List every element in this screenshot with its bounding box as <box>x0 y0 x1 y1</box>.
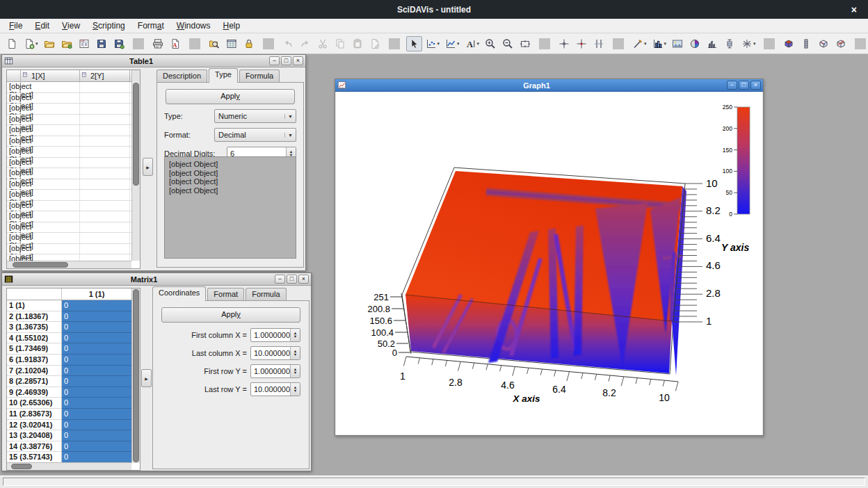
empty-cell[interactable] <box>21 233 80 243</box>
toolbar-button[interactable] <box>406 36 422 51</box>
empty-cell[interactable] <box>80 222 130 233</box>
panel-collapse-button[interactable]: ▶ <box>141 369 152 387</box>
toolbar-button[interactable] <box>722 36 738 51</box>
table-row[interactable]: [object Object] <box>7 179 131 190</box>
empty-cell[interactable] <box>80 168 130 179</box>
toolbar-button[interactable] <box>851 36 868 51</box>
apply-button[interactable]: Apply <box>161 307 300 323</box>
table-row[interactable]: [object Object] <box>7 233 131 244</box>
graph1-canvas[interactable]: 251 200.8 150.6 100.4 50.2 0 1 <box>336 92 762 434</box>
maximize-button[interactable]: □ <box>281 56 291 65</box>
column-header-1x[interactable]: 1[X] <box>21 70 80 81</box>
format-select[interactable]: Decimal▼ <box>214 128 296 142</box>
spinner-arrows-icon[interactable]: ▲▼ <box>290 383 300 396</box>
toolbar-button[interactable] <box>483 36 499 51</box>
menu-item[interactable]: File <box>3 19 29 33</box>
menu-item[interactable]: Format <box>131 19 170 33</box>
toolbar-button[interactable] <box>350 36 366 51</box>
menu-item[interactable]: Edit <box>29 19 56 33</box>
spinner-arrows-icon[interactable]: ▲▼ <box>290 329 300 341</box>
coordinate-spinbox[interactable]: 1.00000000▲▼ <box>250 364 300 378</box>
matrix1-hscrollbar[interactable] <box>7 462 131 470</box>
toolbar-button[interactable] <box>150 36 166 51</box>
empty-cell[interactable] <box>80 201 130 211</box>
panel-tab[interactable]: Formula <box>239 70 280 83</box>
panel-tab[interactable]: Format <box>207 288 244 301</box>
toolbar-button[interactable] <box>556 36 572 51</box>
empty-cell[interactable] <box>80 158 130 168</box>
empty-cell[interactable] <box>21 179 80 190</box>
empty-cell[interactable] <box>80 104 130 114</box>
toolbar-button[interactable]: ▾ <box>424 36 442 51</box>
empty-cell[interactable] <box>80 254 130 261</box>
minimize-button[interactable]: − <box>275 275 285 284</box>
column-header-2y[interactable]: 2[Y] <box>80 70 130 81</box>
app-close-icon[interactable]: × <box>847 0 861 19</box>
toolbar-button[interactable]: A▾ <box>463 36 482 51</box>
matrix-row[interactable]: 9 (2.46939) 0 <box>7 387 131 398</box>
empty-cell[interactable] <box>21 104 80 114</box>
matrix-row[interactable]: 10 (2.65306) 0 <box>7 398 131 409</box>
minimize-button[interactable]: − <box>269 56 280 65</box>
toolbar-button[interactable] <box>535 36 555 51</box>
table-row[interactable]: [object Object] <box>7 254 131 261</box>
panel-tab[interactable]: Type <box>209 68 238 83</box>
toolbar-button[interactable] <box>42 36 58 51</box>
toolbar-button[interactable] <box>833 36 849 51</box>
toolbar-button[interactable] <box>111 36 127 51</box>
menu-item[interactable]: Help <box>217 19 247 33</box>
toolbar-button[interactable] <box>500 36 516 51</box>
table-row[interactable]: [object Object] <box>7 93 131 104</box>
empty-cell[interactable] <box>21 254 80 261</box>
matrix-row[interactable]: 12 (3.02041) 0 <box>7 420 131 431</box>
menu-item[interactable]: Scripting <box>86 19 131 33</box>
empty-cell[interactable] <box>21 136 80 147</box>
toolbar-button[interactable] <box>609 36 629 51</box>
matrix-row[interactable]: 15 (3.57143) 0 <box>7 452 131 463</box>
toolbar-button[interactable]: ▾ <box>443 36 462 51</box>
matrix1-vscrollbar[interactable] <box>131 288 140 463</box>
toolbar-button[interactable] <box>670 36 686 51</box>
menu-item[interactable]: Windows <box>170 19 217 33</box>
matrix-row[interactable]: 2 (1.18367) 0 <box>7 311 131 323</box>
matrix-row[interactable]: 6 (1.91837) 0 <box>7 355 131 366</box>
spinner-arrows-icon[interactable]: ▲▼ <box>290 365 300 377</box>
empty-cell[interactable] <box>80 190 130 200</box>
scrollbar-thumb[interactable] <box>133 289 139 462</box>
close-button[interactable]: × <box>750 81 761 90</box>
toolbar-button[interactable]: 123 <box>77 36 93 51</box>
toolbar-button[interactable] <box>224 36 240 51</box>
toolbar-button[interactable] <box>385 36 405 51</box>
toolbar-button[interactable] <box>798 36 814 51</box>
3d-surface-plot[interactable]: 251 200.8 150.6 100.4 50.2 0 1 <box>336 92 762 435</box>
table-row[interactable]: [object Object] <box>7 168 131 179</box>
empty-cell[interactable] <box>21 168 80 179</box>
toolbar-button[interactable]: ▾ <box>739 36 758 51</box>
scrollbar-thumb[interactable] <box>133 83 139 186</box>
table1-vscrollbar[interactable] <box>131 70 140 261</box>
close-button[interactable]: × <box>293 56 303 65</box>
graph1-titlebar[interactable]: Graph1 − □ × <box>335 79 763 92</box>
toolbar-button[interactable] <box>574 36 590 51</box>
matrix-row[interactable]: 3 (1.36735) 0 <box>7 322 131 333</box>
matrix-row[interactable]: 5 (1.73469) 0 <box>7 343 131 355</box>
empty-cell[interactable] <box>21 244 80 254</box>
empty-cell[interactable] <box>21 93 80 104</box>
toolbar-button[interactable] <box>241 36 257 51</box>
toolbar-button[interactable] <box>816 36 832 51</box>
toolbar-button[interactable] <box>185 36 205 51</box>
table-row[interactable]: [object Object] <box>7 190 131 201</box>
empty-cell[interactable] <box>21 82 80 92</box>
matrix-row[interactable]: 4 (1.55102) 0 <box>7 333 131 344</box>
empty-cell[interactable] <box>21 190 80 200</box>
apply-button[interactable]: Apply <box>166 89 295 104</box>
empty-cell[interactable] <box>80 233 130 243</box>
empty-cell[interactable] <box>80 82 130 92</box>
empty-cell[interactable] <box>80 244 130 254</box>
panel-tab[interactable]: Description <box>156 70 207 83</box>
matrix-row[interactable]: 1 (1) 0 <box>7 300 131 311</box>
table1-hscrollbar[interactable] <box>7 261 131 268</box>
table-row[interactable]: [object Object] <box>7 147 131 158</box>
table-row[interactable]: [object Object] <box>7 104 131 115</box>
toolbar-button[interactable] <box>332 36 348 51</box>
